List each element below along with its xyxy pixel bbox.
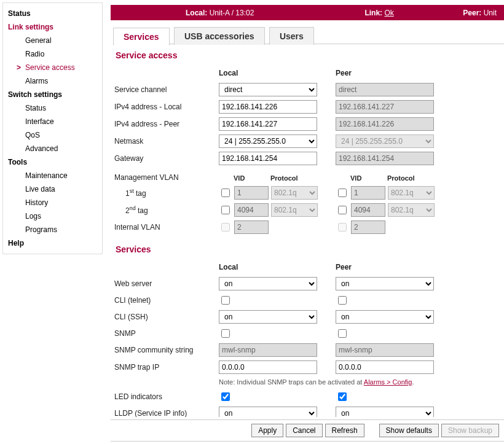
col-local: Local — [219, 66, 336, 81]
cli-telnet-local[interactable] — [221, 296, 230, 305]
label-snmp-trap: SNMP trap IP — [114, 360, 219, 374]
snmp-comm-peer — [336, 343, 434, 357]
section-service-access-title: Service access — [116, 50, 499, 60]
internal-vlan-enable-peer — [338, 223, 347, 232]
tag2-proto-peer: 802.1q — [388, 203, 435, 217]
lldp-local[interactable]: on — [219, 407, 317, 417]
tag1-vid-peer — [351, 186, 385, 200]
sidebar-item-alarms[interactable]: Alarms — [3, 74, 102, 88]
sidebar-switch-settings[interactable]: Switch settings — [3, 88, 102, 101]
section-services-title: Services — [116, 244, 499, 254]
tag2-vid-local — [234, 203, 269, 217]
tag2-enable-peer[interactable] — [338, 206, 347, 214]
tag1-proto-local: 802.1q — [271, 186, 318, 200]
ipv4-peer-local[interactable] — [219, 117, 317, 131]
gateway-local[interactable] — [219, 152, 317, 165]
sidebar-status[interactable]: Status — [3, 7, 102, 20]
ipv4-peer-peer — [336, 117, 434, 131]
service-channel-peer — [336, 83, 434, 96]
snmp-peer[interactable] — [338, 329, 347, 338]
sidebar-item-qos[interactable]: QoS — [3, 128, 102, 142]
sidebar-item-history[interactable]: History — [3, 196, 102, 209]
tag2-proto-local: 802.1q — [271, 203, 318, 217]
sidebar: Status Link settings General Radio >Serv… — [2, 2, 103, 254]
label-led: LED indicators — [114, 388, 219, 403]
netmask-peer: 24 | 255.255.255.0 — [336, 134, 434, 148]
col-peer-2: Peer — [336, 260, 452, 275]
content: Service access Local Peer Service channe… — [111, 45, 503, 417]
status-bar: Local: Unit-A / 13:02 Link: Ok Peer: Uni… — [111, 5, 504, 20]
led-peer[interactable] — [338, 392, 347, 401]
sidebar-item-live-data[interactable]: Live data — [3, 182, 102, 196]
internal-vlan-vid-peer — [351, 220, 385, 234]
snmp-trap-local[interactable] — [219, 360, 317, 374]
tag1-proto-peer: 802.1q — [388, 186, 435, 200]
sidebar-item-service-access[interactable]: >Service access — [3, 61, 102, 74]
tag1-enable-local[interactable] — [221, 189, 230, 197]
sidebar-link-settings[interactable]: Link settings — [3, 20, 102, 34]
label-gateway: Gateway — [114, 152, 219, 165]
label-cli-telnet: CLI (telnet) — [114, 294, 219, 307]
sidebar-item-advanced[interactable]: Advanced — [3, 142, 102, 155]
tab-row: Services USB accessories Users — [113, 27, 504, 44]
snmp-trap-peer[interactable] — [336, 360, 434, 374]
ipv4-local-local[interactable] — [219, 100, 317, 114]
web-server-peer[interactable]: on — [336, 277, 434, 290]
tag1-enable-peer[interactable] — [338, 189, 347, 197]
label-lldp: LLDP (Service IP info) — [114, 407, 219, 417]
action-bar: Apply Cancel Refresh Show defaults Show … — [111, 419, 504, 442]
gateway-peer — [336, 152, 434, 165]
sidebar-item-interface[interactable]: Interface — [3, 115, 102, 128]
internal-vlan-enable-local — [221, 223, 230, 232]
cli-ssh-local[interactable]: on — [219, 310, 317, 324]
alarms-config-link[interactable]: Alarms > Config — [364, 378, 412, 386]
netmask-local[interactable]: 24 | 255.255.255.0 — [219, 134, 317, 148]
sidebar-item-programs[interactable]: Programs — [3, 223, 102, 236]
col-peer: Peer — [336, 66, 452, 81]
label-internal-vlan: Internal VLAN — [114, 220, 219, 234]
service-channel-local[interactable]: direct — [219, 83, 317, 96]
sidebar-item-maintenance[interactable]: Maintenance — [3, 169, 102, 182]
web-server-local[interactable]: on — [219, 277, 317, 290]
tab-usb-accessories[interactable]: USB accessories — [174, 27, 265, 45]
sidebar-tools[interactable]: Tools — [3, 155, 102, 169]
led-local[interactable] — [221, 392, 230, 401]
ipv4-local-peer — [336, 100, 434, 114]
label-web-server: Web server — [114, 277, 219, 290]
tag2-enable-local[interactable] — [221, 206, 230, 214]
label-tag1: 1st tag — [114, 185, 219, 200]
lldp-peer[interactable]: on — [336, 407, 434, 417]
tab-users[interactable]: Users — [269, 27, 314, 45]
tag2-vid-peer — [351, 203, 385, 217]
sidebar-help[interactable]: Help — [3, 236, 102, 250]
apply-button[interactable]: Apply — [251, 424, 283, 437]
cli-ssh-peer[interactable]: on — [336, 310, 434, 324]
show-backup-button: Show backup — [441, 424, 499, 437]
refresh-button[interactable]: Refresh — [325, 424, 364, 437]
col-local-2: Local — [219, 260, 336, 275]
cancel-button[interactable]: Cancel — [286, 424, 322, 437]
sidebar-item-logs[interactable]: Logs — [3, 209, 102, 223]
snmp-local[interactable] — [221, 329, 230, 338]
show-defaults-button[interactable]: Show defaults — [379, 424, 439, 437]
tag1-vid-local — [234, 186, 269, 200]
tab-services[interactable]: Services — [113, 28, 170, 45]
sidebar-item-general[interactable]: General — [3, 34, 102, 47]
label-netmask: Netmask — [114, 134, 219, 148]
sidebar-item-radio[interactable]: Radio — [3, 47, 102, 61]
label-snmp: SNMP — [114, 327, 219, 340]
label-cli-ssh: CLI (SSH) — [114, 310, 219, 324]
chevron-right-icon: > — [17, 63, 23, 72]
label-tag2: 2nd tag — [114, 203, 219, 217]
label-ipv4-local: IPv4 address - Local — [114, 100, 219, 114]
label-ipv4-peer: IPv4 address - Peer — [114, 117, 219, 131]
snmp-comm-local — [219, 343, 317, 357]
label-service-channel: Service channel — [114, 83, 219, 96]
snmp-note: Note: Individual SNMP traps can be activ… — [219, 376, 452, 386]
cli-telnet-peer[interactable] — [338, 296, 347, 305]
label-mgmt-vlan: Management VLAN — [114, 167, 219, 184]
internal-vlan-vid-local — [234, 220, 269, 234]
link-status-link[interactable]: Ok — [384, 9, 393, 17]
label-snmp-comm: SNMP community string — [114, 343, 219, 357]
sidebar-item-switch-status[interactable]: Status — [3, 101, 102, 115]
